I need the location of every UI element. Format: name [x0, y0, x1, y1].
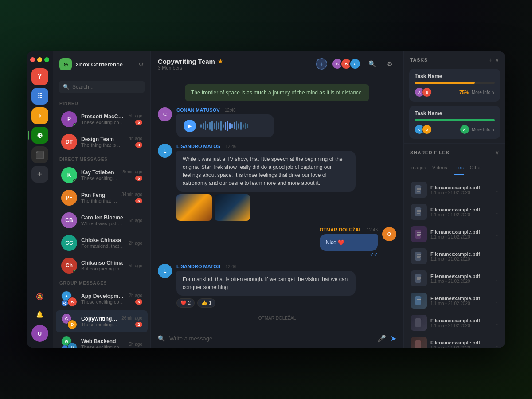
search-icon: 🔍 — [63, 84, 70, 90]
tab-files[interactable]: Files — [454, 161, 464, 175]
tab-other[interactable]: Other — [470, 161, 482, 175]
star-icon[interactable]: ★ — [218, 58, 223, 65]
files-tabs: Images Videos Files Other — [404, 161, 505, 175]
contact-info: Design Team The thing that is most excit… — [81, 136, 125, 148]
sidebar-icon-blackberry[interactable]: ⬛ — [31, 146, 48, 163]
settings-chat-button[interactable]: ⚙ — [383, 57, 396, 70]
mute-button[interactable]: 🔕 — [33, 289, 47, 304]
contact-item-kay[interactable]: K Kay Totleben These exciting concepts s… — [56, 164, 148, 186]
file-item[interactable]: Filenameexample.pdf 1.1 mb • 21.02.2020 … — [408, 179, 501, 201]
group-avatar: A B +2 — [61, 291, 77, 307]
message-input[interactable] — [169, 335, 373, 342]
task-card-2: Task Name C D ✓ More Info ∨ — [409, 106, 500, 139]
contact-list: PINNED P Prescott MacCaffery These excit… — [53, 98, 150, 348]
sidebar-header: ⊕ Xbox Conference ⚙ — [53, 51, 150, 76]
collapse-tasks-button[interactable]: ∨ — [495, 56, 499, 63]
sidebar-icon-soundcloud[interactable]: ♪ — [31, 107, 48, 124]
message-time: 12:46 — [225, 264, 236, 269]
contact-info: Kay Totleben These exciting concepts see… — [81, 169, 117, 181]
badge: 3 — [135, 142, 142, 148]
message-images — [176, 194, 356, 221]
file-item[interactable]: Filenameexample.pdf 1.1 mb • 21.02.2020 … — [408, 201, 501, 223]
contact-item-chikanso[interactable]: Ch Chikanso Chima But conquering the fin… — [56, 254, 148, 277]
contact-item-app-dev[interactable]: A B +2 App Development These exciting co… — [56, 288, 148, 310]
chat-title: Copywriting Team — [158, 58, 215, 65]
task-avatars: A B — [415, 87, 432, 97]
close-button[interactable] — [30, 57, 35, 62]
download-button[interactable]: ↓ — [496, 297, 499, 304]
play-button[interactable]: ▶ — [184, 120, 196, 132]
maximize-button[interactable] — [44, 57, 49, 62]
file-thumbnail — [411, 270, 427, 286]
download-button[interactable]: ↓ — [496, 231, 499, 238]
progress-bar — [415, 82, 475, 84]
task-avatars: C D — [415, 125, 432, 134]
more-info-button[interactable]: More Info ∨ — [472, 90, 495, 95]
file-info: Filenameexample.pdf 1.1 mb • 21.02.2020 — [430, 318, 492, 328]
contact-avatar: K — [61, 167, 77, 183]
contact-info: App Development These exciting concepts … — [81, 293, 125, 305]
contact-name: Pan Feng — [81, 192, 117, 198]
contact-item-pan[interactable]: PF Pan Feng The thing that is most excit… — [56, 187, 148, 209]
sidebar-icon-dots[interactable]: ⠿ — [31, 88, 48, 105]
add-member-button[interactable]: + — [316, 58, 327, 70]
message-bubble: For mankind, that is often enough. If we… — [176, 271, 356, 296]
file-item[interactable]: Filenameexample.pdf 1.1 mb • 21.02.2020 … — [408, 289, 501, 312]
download-button[interactable]: ↓ — [496, 209, 499, 215]
send-button[interactable]: ➤ — [391, 334, 396, 343]
microphone-button[interactable]: 🎤 — [377, 334, 386, 343]
badge: 5 — [135, 176, 142, 181]
search-input[interactable] — [72, 84, 141, 90]
progress-bar-wrap — [415, 82, 495, 84]
progress-bar — [415, 119, 495, 121]
download-button[interactable]: ↓ — [496, 342, 499, 348]
collapse-files-button[interactable]: ∨ — [495, 149, 499, 156]
sidebar-icon-y[interactable]: Y — [31, 68, 48, 85]
messages-container: The frontier of space is as much a journ… — [151, 77, 403, 329]
search-chat-button[interactable]: 🔍 — [365, 57, 379, 70]
add-task-button[interactable]: + — [489, 56, 492, 63]
read-receipts: ✓✓ — [320, 252, 378, 258]
file-item[interactable]: Filenameexample.pdf 1.1 mb • 21.02.2020 … — [408, 267, 501, 289]
contact-preview: For mankind, that is often enough... — [81, 243, 125, 249]
system-message-row: The frontier of space is as much a journ… — [158, 84, 396, 101]
contact-item-chioke[interactable]: CC Chioke Chinasa For mankind, that is o… — [56, 232, 148, 254]
file-item[interactable]: Filenameexample.pdf 1.1 mb • 21.02.2020 … — [408, 245, 501, 267]
notification-button[interactable]: 🔔 — [33, 307, 47, 321]
file-meta: 1.1 mb • 21.02.2020 — [430, 212, 492, 217]
download-button[interactable]: ↓ — [496, 187, 499, 193]
contact-item-prescott[interactable]: P Prescott MacCaffery These exciting con… — [56, 108, 148, 130]
audio-message: ▶ — [176, 114, 274, 137]
minimize-button[interactable] — [37, 57, 42, 62]
file-name: Filenameexample.pdf — [430, 274, 492, 279]
task-bottom: A B 75% More Info ∨ — [415, 87, 495, 97]
contact-avatar: CC — [61, 235, 77, 251]
file-item[interactable]: Filenameexample.pdf 1.1 mb • 21.02.2020 … — [408, 312, 501, 334]
file-meta: 1.1 mb • 21.02.2020 — [430, 257, 492, 262]
settings-icon[interactable]: ⚙ — [138, 61, 144, 68]
download-button[interactable]: ↓ — [496, 253, 499, 260]
contact-item-carolien[interactable]: CB Carolien Bloeme While it was just a T… — [56, 209, 148, 231]
file-name: Filenameexample.pdf — [430, 207, 492, 212]
contact-item-copywriting[interactable]: C D Copywriting Team These exciting conc… — [56, 310, 148, 332]
chat-header: Copywriting Team ★ 3 Members + A B C 🔍 ⚙ — [151, 51, 403, 77]
contact-preview: These exciting concepts seem... — [81, 344, 125, 348]
file-name: Filenameexample.pdf — [430, 296, 492, 301]
file-item[interactable]: Filenameexample.pdf 1.1 mb • 21.02.2020 … — [408, 223, 501, 245]
tab-images[interactable]: Images — [410, 161, 426, 175]
sidebar-icon-xbox[interactable]: ⊕ — [31, 127, 48, 144]
download-button[interactable]: ↓ — [496, 320, 499, 326]
file-info: Filenameexample.pdf 1.1 mb • 21.02.2020 — [430, 185, 492, 195]
contact-item-web-backend[interactable]: W B +5 Web Backend These exciting concep… — [56, 333, 148, 348]
message-image — [176, 194, 212, 221]
more-info-button[interactable]: More Info ∨ — [472, 127, 495, 132]
file-item[interactable]: Filenameexample.pdf 1.1 mb • 21.02.2020 … — [408, 334, 501, 348]
download-button[interactable]: ↓ — [496, 275, 499, 282]
reaction-chip[interactable]: 👍 1 — [197, 298, 215, 308]
user-avatar[interactable]: U — [31, 325, 48, 342]
tab-videos[interactable]: Videos — [432, 161, 447, 175]
add-app-button[interactable]: + — [31, 166, 48, 183]
contact-item-design-team[interactable]: DT Design Team The thing that is most ex… — [56, 131, 148, 153]
reaction-chip[interactable]: ❤️ 2 — [176, 298, 195, 308]
message-sender: CONAN MATUSOV 12:46 — [176, 107, 274, 113]
